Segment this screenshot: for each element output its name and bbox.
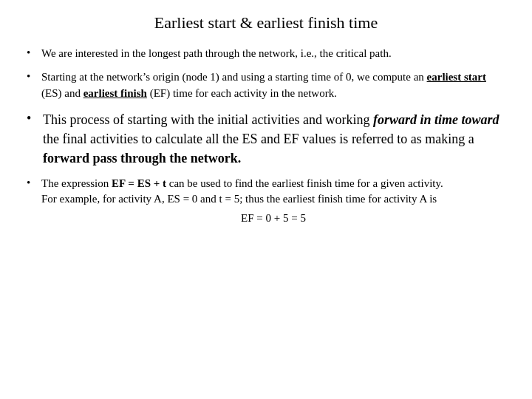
bullet-symbol-4: • (27, 176, 41, 189)
bullet-symbol-2: • (27, 69, 41, 83)
bullet-symbol-1: • (27, 46, 41, 59)
bullet-item-4: • The expression EF = ES + t can be used… (27, 176, 505, 227)
ef-formula: EF = ES + t (112, 177, 166, 189)
bullet-item-2: • Starting at the network’s origin (node… (27, 69, 505, 102)
earliest-finish-term: earliest finish (83, 87, 147, 99)
bullet-item-1: • We are interested in the longest path … (27, 46, 505, 62)
forward-pass-phrase: forward pass through the network. (43, 151, 241, 166)
bullet-text-3: This process of starting with the initia… (43, 110, 505, 168)
bullet-text-1: We are interested in the longest path th… (41, 46, 505, 62)
bullet-text-2: Starting at the network’s origin (node 1… (41, 69, 505, 102)
bullet-symbol-3: • (27, 110, 43, 126)
earliest-start-term: earliest start (427, 71, 486, 83)
forward-in-time-phrase: forward in time toward (373, 112, 499, 127)
content-area: • We are interested in the longest path … (27, 46, 505, 234)
bullet-item-3: • This process of starting with the init… (27, 110, 505, 168)
bullet-text-4: The expression EF = ES + t can be used t… (41, 176, 505, 227)
equation-example: EF = 0 + 5 = 5 (41, 211, 505, 227)
page-title: Earliest start & earliest finish time (27, 13, 505, 33)
